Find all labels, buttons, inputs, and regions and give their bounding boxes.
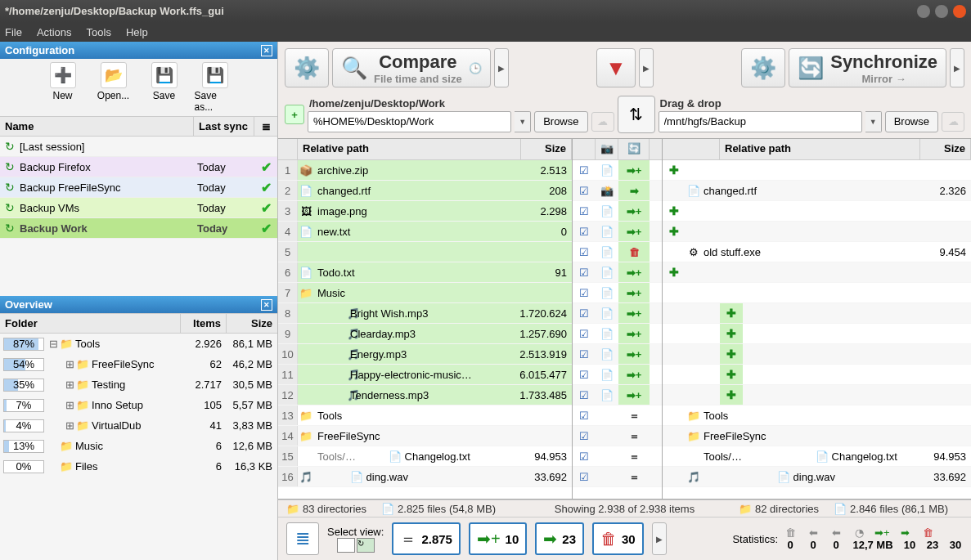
left-path-dropdown-icon[interactable]: ▼ [515, 111, 531, 132]
action-header-icon[interactable]: 🔄 [618, 139, 650, 159]
include-checkbox[interactable]: ☑ [573, 287, 596, 299]
file-row-left[interactable]: 15 Tools/…📄 Changelog.txt 94.953 [278, 446, 572, 467]
overview-row[interactable]: 7% ⊞ 📁 Inno Setup 105 5,57 MB [0, 395, 277, 415]
compare-settings-button[interactable]: ⚙️ [285, 48, 329, 87]
expand-icon[interactable]: ⊞ [64, 358, 75, 370]
config-header-lastsync[interactable]: Last sync [194, 117, 254, 136]
file-row-middle[interactable]: ☑ 📄➡+ [573, 344, 662, 365]
overview-row[interactable]: 87% ⊟ 📁 Tools 2.926 86,1 MB [0, 334, 277, 354]
minimize-icon[interactable] [917, 5, 930, 18]
file-row-right[interactable]: ✚ [663, 344, 971, 365]
synchronize-button[interactable]: 🔄 SynchronizeMirror → [789, 48, 946, 87]
overview-header-size[interactable]: Size [227, 314, 277, 333]
overview-row[interactable]: 54% ⊞ 📁 FreeFileSync 62 46,2 MB [0, 354, 277, 374]
left-cloud-icon[interactable]: ☁ [591, 112, 614, 132]
include-checkbox[interactable]: ☑ [573, 164, 596, 177]
config-row[interactable]: ↻ Backup VMs Today ✔ [0, 198, 277, 218]
maximize-icon[interactable] [935, 5, 948, 18]
config-header-options-icon[interactable]: ≣ [254, 117, 277, 136]
right-path-dropdown-icon[interactable]: ▼ [865, 111, 882, 132]
file-row-left[interactable]: 13 📁 Tools [278, 405, 572, 426]
filter-delete-button[interactable]: 🗑30 [592, 522, 644, 555]
action-create-icon[interactable]: ➡+ [618, 344, 650, 364]
file-row-middle[interactable]: ☑ 📄➡+ [573, 385, 662, 405]
filter-create-button[interactable]: ➡+10 [469, 522, 527, 555]
include-checkbox[interactable]: ☑ [573, 226, 596, 238]
open-config-button[interactable]: 📂Open... [93, 62, 134, 113]
file-row-right[interactable]: ⚙ old stuff.exe 9.454 [663, 242, 971, 262]
file-row-left[interactable]: 11 🎵 Happy-electronic-music… 6.015.477 [278, 365, 572, 385]
action-update-icon[interactable]: ➡ [618, 181, 650, 200]
file-row-middle[interactable]: ☑ 📄➡+ [573, 365, 662, 385]
filter-update-button[interactable]: ➡23 [535, 522, 584, 555]
action-create-icon[interactable]: ➡+ [618, 324, 650, 343]
view-more-button[interactable]: ▶ [652, 522, 667, 555]
file-row-middle[interactable]: ☑ 📄➡+ [573, 222, 662, 242]
right-header-relpath[interactable]: Relative path [720, 139, 920, 159]
left-path-input[interactable] [308, 111, 511, 132]
file-row-left[interactable]: 3 🖼 image.png 2.298 [278, 201, 572, 222]
overview-row[interactable]: 0% 📁 Files 6 16,3 KB [0, 456, 277, 477]
file-row-middle[interactable]: ☑ ＝ [573, 446, 662, 467]
file-row-right[interactable]: ✚ [663, 160, 971, 181]
expand-icon[interactable]: ⊞ [64, 399, 75, 411]
file-row-right[interactable]: ✚ [663, 324, 971, 344]
config-row[interactable]: ↻ Backup Firefox Today ✔ [0, 157, 277, 177]
left-header-size[interactable]: Size [521, 139, 572, 159]
file-row-left[interactable]: 5 [278, 242, 572, 262]
right-path-input[interactable] [659, 111, 862, 132]
file-row-left[interactable]: 6 📄 Todo.txt 91 [278, 262, 572, 283]
file-row-right[interactable]: ✚ [663, 262, 971, 283]
configuration-close-icon[interactable]: ✕ [261, 45, 272, 56]
file-row-left[interactable]: 14 📁 FreeFileSync [278, 426, 572, 446]
action-equal-icon[interactable]: ＝ [618, 467, 650, 486]
file-row-left[interactable]: 10 🎵 Energy.mp3 2.513.919 [278, 344, 572, 365]
config-row[interactable]: ↻ [Last session] [0, 137, 277, 157]
file-row-middle[interactable]: ☑ 📄➡+ [573, 201, 662, 222]
right-header-size[interactable]: Size [920, 139, 971, 159]
file-row-right[interactable]: 🎵 📄 ding.wav 33.692 [663, 467, 971, 487]
file-row-left[interactable]: 9 🎵 Clearday.mp3 1.257.690 [278, 324, 572, 344]
file-row-middle[interactable]: ☑ ＝ [573, 467, 662, 487]
file-row-right[interactable]: ✚ [663, 385, 971, 405]
file-row-right[interactable]: ✚ [663, 303, 971, 324]
overview-close-icon[interactable]: ✕ [261, 299, 272, 311]
filter-equal-button[interactable]: ＝2.875 [392, 522, 461, 555]
expand-icon[interactable]: ⊟ [47, 338, 59, 350]
action-equal-icon[interactable]: ＝ [618, 426, 650, 446]
action-create-icon[interactable]: ➡+ [618, 262, 650, 282]
file-row-right[interactable]: Tools/…📄 Changelog.txt 94.953 [663, 446, 971, 467]
overview-row[interactable]: 35% ⊞ 📁 Testing 2.717 30,5 MB [0, 374, 277, 395]
swap-sides-button[interactable]: ⇅ [618, 96, 655, 133]
file-row-middle[interactable]: ☑ 📄🗑 [573, 242, 662, 262]
file-row-right[interactable] [663, 283, 971, 303]
file-row-right[interactable]: 📁 Tools [663, 405, 971, 426]
file-row-middle[interactable]: ☑ 📄➡+ [573, 283, 662, 303]
action-create-icon[interactable]: ➡+ [618, 222, 650, 241]
left-browse-button[interactable]: Browse [534, 111, 587, 132]
include-checkbox[interactable]: ☑ [573, 369, 596, 381]
file-row-right[interactable]: 📄 changed.rtf 2.326 [663, 181, 971, 201]
menu-actions[interactable]: Actions [37, 26, 72, 38]
right-browse-button[interactable]: Browse [885, 111, 938, 132]
file-row-right[interactable]: ✚ [663, 222, 971, 242]
action-create-icon[interactable]: ➡+ [618, 303, 650, 323]
file-row-left[interactable]: 8 🎵 Bright Wish.mp3 1.720.624 [278, 303, 572, 324]
left-header-relpath[interactable]: Relative path [298, 139, 521, 159]
include-checkbox[interactable]: ☑ [573, 471, 596, 483]
file-row-middle[interactable]: ☑ 📄➡+ [573, 303, 662, 324]
file-row-middle[interactable]: ☑ 📸➡ [573, 181, 662, 201]
view-category-button[interactable] [337, 538, 355, 553]
file-row-left[interactable]: 1 📦 archive.zip 2.513 [278, 160, 572, 181]
action-delete-icon[interactable]: 🗑 [618, 242, 650, 262]
file-row-middle[interactable]: ☑ ＝ [573, 426, 662, 446]
overview-header-folder[interactable]: Folder [0, 314, 181, 333]
saveas-config-button[interactable]: 💾Save as... [195, 62, 236, 113]
overview-row[interactable]: 13% 📁 Music 6 12,6 MB [0, 436, 277, 456]
expand-icon[interactable]: ⊞ [64, 419, 75, 432]
include-checkbox[interactable]: ☑ [573, 348, 596, 361]
action-create-icon[interactable]: ➡+ [618, 385, 650, 405]
include-checkbox[interactable]: ☑ [573, 307, 596, 320]
view-action-button[interactable]: ↻ [357, 538, 375, 553]
close-icon[interactable] [953, 5, 966, 18]
